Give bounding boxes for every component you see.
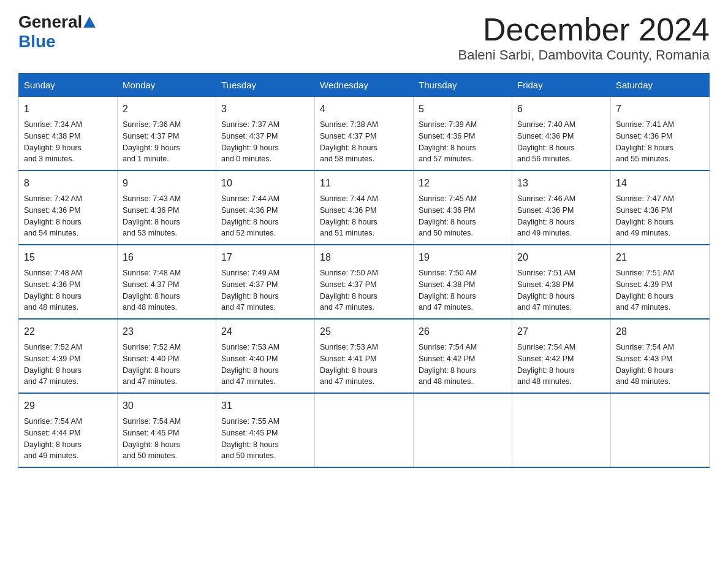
calendar-cell: 29 Sunrise: 7:54 AMSunset: 4:44 PMDaylig… [19, 393, 118, 467]
week-row-3: 15 Sunrise: 7:48 AMSunset: 4:36 PMDaylig… [19, 245, 710, 319]
day-info: Sunrise: 7:54 AMSunset: 4:43 PMDaylight:… [616, 343, 674, 386]
day-number: 18 [320, 250, 408, 265]
day-info: Sunrise: 7:38 AMSunset: 4:37 PMDaylight:… [320, 120, 378, 163]
calendar-cell: 1 Sunrise: 7:34 AMSunset: 4:38 PMDayligh… [19, 97, 118, 171]
day-number: 12 [419, 176, 507, 191]
calendar-cell [611, 393, 710, 467]
calendar-cell: 16 Sunrise: 7:48 AMSunset: 4:37 PMDaylig… [118, 245, 216, 319]
day-info: Sunrise: 7:48 AMSunset: 4:37 PMDaylight:… [123, 269, 181, 312]
location-subtitle: Baleni Sarbi, Dambovita County, Romania [458, 47, 710, 63]
day-info: Sunrise: 7:50 AMSunset: 4:37 PMDaylight:… [320, 269, 378, 312]
calendar-cell: 18 Sunrise: 7:50 AMSunset: 4:37 PMDaylig… [315, 245, 414, 319]
day-number: 1 [24, 102, 112, 117]
day-info: Sunrise: 7:34 AMSunset: 4:38 PMDaylight:… [24, 120, 82, 163]
calendar-cell: 11 Sunrise: 7:44 AMSunset: 4:36 PMDaylig… [315, 170, 414, 245]
day-info: Sunrise: 7:54 AMSunset: 4:42 PMDaylight:… [419, 343, 477, 386]
day-number: 26 [419, 324, 507, 339]
day-number: 9 [123, 176, 211, 191]
logo-triangle-icon [83, 15, 96, 29]
calendar-cell: 4 Sunrise: 7:38 AMSunset: 4:37 PMDayligh… [315, 97, 414, 171]
day-info: Sunrise: 7:54 AMSunset: 4:42 PMDaylight:… [517, 343, 575, 386]
calendar-cell: 22 Sunrise: 7:52 AMSunset: 4:39 PMDaylig… [19, 319, 118, 393]
day-info: Sunrise: 7:41 AMSunset: 4:36 PMDaylight:… [616, 120, 674, 163]
day-number: 4 [320, 102, 408, 117]
day-number: 29 [24, 399, 112, 413]
calendar-cell: 7 Sunrise: 7:41 AMSunset: 4:36 PMDayligh… [611, 97, 710, 171]
day-number: 5 [419, 102, 507, 117]
calendar-cell: 10 Sunrise: 7:44 AMSunset: 4:36 PMDaylig… [216, 170, 315, 245]
calendar-cell: 27 Sunrise: 7:54 AMSunset: 4:42 PMDaylig… [512, 319, 611, 393]
day-number: 28 [616, 324, 704, 339]
day-number: 15 [24, 250, 112, 265]
day-info: Sunrise: 7:42 AMSunset: 4:36 PMDaylight:… [24, 194, 82, 237]
week-row-4: 22 Sunrise: 7:52 AMSunset: 4:39 PMDaylig… [19, 319, 710, 393]
calendar-cell: 13 Sunrise: 7:46 AMSunset: 4:36 PMDaylig… [512, 170, 611, 245]
col-thursday: Thursday [414, 74, 512, 97]
day-number: 11 [320, 176, 408, 191]
day-info: Sunrise: 7:45 AMSunset: 4:36 PMDaylight:… [419, 194, 477, 237]
calendar-cell: 20 Sunrise: 7:51 AMSunset: 4:38 PMDaylig… [512, 245, 611, 319]
day-info: Sunrise: 7:54 AMSunset: 4:45 PMDaylight:… [123, 417, 181, 460]
day-info: Sunrise: 7:53 AMSunset: 4:40 PMDaylight:… [221, 343, 279, 386]
title-area: December 2024 Baleni Sarbi, Dambovita Co… [458, 12, 710, 63]
day-info: Sunrise: 7:40 AMSunset: 4:36 PMDaylight:… [517, 120, 575, 163]
logo-blue-text: Blue [18, 32, 56, 52]
week-row-2: 8 Sunrise: 7:42 AMSunset: 4:36 PMDayligh… [19, 170, 710, 245]
calendar-cell: 23 Sunrise: 7:52 AMSunset: 4:40 PMDaylig… [118, 319, 216, 393]
calendar-cell [315, 393, 414, 467]
day-info: Sunrise: 7:47 AMSunset: 4:36 PMDaylight:… [616, 194, 674, 237]
logo: General [18, 12, 97, 32]
calendar-cell: 31 Sunrise: 7:55 AMSunset: 4:45 PMDaylig… [216, 393, 315, 467]
logo-general-text: General [18, 12, 82, 32]
day-info: Sunrise: 7:50 AMSunset: 4:38 PMDaylight:… [419, 269, 477, 312]
day-info: Sunrise: 7:48 AMSunset: 4:36 PMDaylight:… [24, 269, 82, 312]
day-number: 7 [616, 102, 704, 117]
day-number: 2 [123, 102, 211, 117]
calendar-cell: 24 Sunrise: 7:53 AMSunset: 4:40 PMDaylig… [216, 319, 315, 393]
day-info: Sunrise: 7:39 AMSunset: 4:36 PMDaylight:… [419, 120, 477, 163]
calendar-cell [414, 393, 512, 467]
day-number: 10 [221, 176, 309, 191]
calendar-cell: 2 Sunrise: 7:36 AMSunset: 4:37 PMDayligh… [118, 97, 216, 171]
day-info: Sunrise: 7:44 AMSunset: 4:36 PMDaylight:… [320, 194, 378, 237]
calendar-cell: 21 Sunrise: 7:51 AMSunset: 4:39 PMDaylig… [611, 245, 710, 319]
day-info: Sunrise: 7:46 AMSunset: 4:36 PMDaylight:… [517, 194, 575, 237]
col-sunday: Sunday [19, 74, 118, 97]
col-friday: Friday [512, 74, 611, 97]
week-row-1: 1 Sunrise: 7:34 AMSunset: 4:38 PMDayligh… [19, 97, 710, 171]
day-number: 22 [24, 324, 112, 339]
calendar-cell: 19 Sunrise: 7:50 AMSunset: 4:38 PMDaylig… [414, 245, 512, 319]
day-number: 13 [517, 176, 605, 191]
calendar-header-row: Sunday Monday Tuesday Wednesday Thursday… [19, 74, 710, 97]
calendar-cell: 30 Sunrise: 7:54 AMSunset: 4:45 PMDaylig… [118, 393, 216, 467]
day-number: 19 [419, 250, 507, 265]
day-info: Sunrise: 7:51 AMSunset: 4:38 PMDaylight:… [517, 269, 575, 312]
month-title: December 2024 [458, 12, 710, 47]
day-number: 27 [517, 324, 605, 339]
day-number: 31 [221, 399, 309, 413]
day-info: Sunrise: 7:43 AMSunset: 4:36 PMDaylight:… [123, 194, 181, 237]
svg-marker-0 [83, 17, 96, 28]
header: General Blue December 2024 Baleni Sarbi,… [18, 12, 710, 63]
day-info: Sunrise: 7:52 AMSunset: 4:40 PMDaylight:… [123, 343, 181, 386]
calendar-cell: 5 Sunrise: 7:39 AMSunset: 4:36 PMDayligh… [414, 97, 512, 171]
day-number: 8 [24, 176, 112, 191]
calendar-table: Sunday Monday Tuesday Wednesday Thursday… [18, 73, 710, 468]
day-info: Sunrise: 7:54 AMSunset: 4:44 PMDaylight:… [24, 417, 82, 460]
week-row-5: 29 Sunrise: 7:54 AMSunset: 4:44 PMDaylig… [19, 393, 710, 467]
calendar-cell: 26 Sunrise: 7:54 AMSunset: 4:42 PMDaylig… [414, 319, 512, 393]
day-number: 3 [221, 102, 309, 117]
day-number: 23 [123, 324, 211, 339]
col-tuesday: Tuesday [216, 74, 315, 97]
calendar-cell: 12 Sunrise: 7:45 AMSunset: 4:36 PMDaylig… [414, 170, 512, 245]
day-number: 20 [517, 250, 605, 265]
day-info: Sunrise: 7:49 AMSunset: 4:37 PMDaylight:… [221, 269, 279, 312]
calendar-cell: 28 Sunrise: 7:54 AMSunset: 4:43 PMDaylig… [611, 319, 710, 393]
day-info: Sunrise: 7:55 AMSunset: 4:45 PMDaylight:… [221, 417, 279, 460]
col-saturday: Saturday [611, 74, 710, 97]
day-number: 21 [616, 250, 704, 265]
col-monday: Monday [118, 74, 216, 97]
col-wednesday: Wednesday [315, 74, 414, 97]
day-info: Sunrise: 7:37 AMSunset: 4:37 PMDaylight:… [221, 120, 279, 163]
logo-area: General Blue [18, 12, 97, 52]
